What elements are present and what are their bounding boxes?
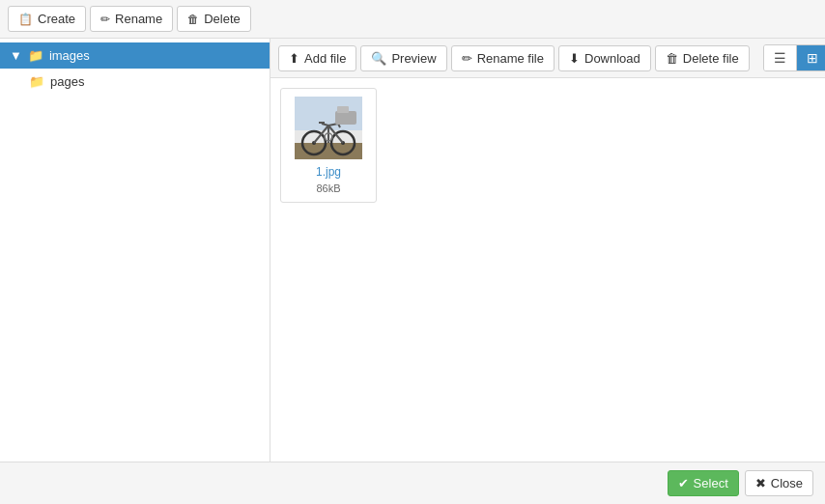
download-icon: ⬇ bbox=[569, 51, 580, 66]
folder-open-icon: ▼ bbox=[10, 48, 22, 63]
sidebar-item-label-pages: pages bbox=[50, 74, 84, 89]
rename-file-button[interactable]: ✏ Rename file bbox=[451, 45, 555, 71]
preview-label: Preview bbox=[391, 51, 436, 66]
list-view-button[interactable]: ☰ bbox=[764, 45, 797, 70]
create-label: Create bbox=[38, 12, 75, 26]
folder-icon-img: 📁 bbox=[28, 48, 43, 63]
delete-file-label: Delete file bbox=[683, 51, 739, 66]
sidebar-item-label-images: images bbox=[49, 48, 90, 63]
content-area: ⬆ Add file 🔍 Preview ✏ Rename file ⬇ Dow… bbox=[270, 39, 825, 462]
create-button[interactable]: 📋 Create bbox=[8, 6, 86, 32]
rename-file-icon: ✏ bbox=[462, 51, 472, 66]
delete-button[interactable]: 🗑 Delete bbox=[177, 6, 251, 32]
preview-icon: 🔍 bbox=[371, 51, 386, 66]
add-file-button[interactable]: ⬆ Add file bbox=[278, 45, 356, 71]
sidebar-item-images[interactable]: ▼ 📁 images bbox=[0, 42, 270, 69]
download-label: Download bbox=[584, 51, 640, 66]
rename-file-label: Rename file bbox=[477, 51, 544, 66]
delete-file-button[interactable]: 🗑 Delete file bbox=[655, 45, 750, 71]
bottom-bar: ✔ Select ✖ Close bbox=[0, 462, 825, 504]
rename-label: Rename bbox=[115, 12, 162, 26]
file-item[interactable]: 1.jpg 86kB bbox=[280, 88, 377, 203]
sidebar: ▼ 📁 images 📁 pages bbox=[0, 39, 270, 462]
rename-button[interactable]: ✏ Rename bbox=[90, 6, 173, 32]
file-thumbnail bbox=[295, 97, 362, 159]
main-area: ▼ 📁 images 📁 pages ⬆ Add file 🔍 Preview … bbox=[0, 39, 825, 462]
select-label: Select bbox=[694, 476, 728, 490]
select-check-icon: ✔ bbox=[678, 476, 689, 490]
content-toolbar: ⬆ Add file 🔍 Preview ✏ Rename file ⬇ Dow… bbox=[270, 39, 825, 78]
delete-icon: 🗑 bbox=[187, 13, 199, 26]
select-button[interactable]: ✔ Select bbox=[668, 470, 739, 496]
top-toolbar: 📋 Create ✏ Rename 🗑 Delete bbox=[0, 0, 825, 39]
sidebar-item-pages[interactable]: 📁 pages bbox=[0, 69, 270, 95]
rename-icon: ✏ bbox=[100, 13, 110, 26]
close-x-icon: ✖ bbox=[755, 476, 766, 490]
file-size: 86kB bbox=[316, 182, 340, 194]
file-name: 1.jpg bbox=[316, 165, 341, 179]
close-label: Close bbox=[771, 476, 803, 490]
add-file-icon: ⬆ bbox=[289, 51, 299, 66]
delete-file-icon: 🗑 bbox=[666, 51, 678, 66]
grid-view-button[interactable]: ⊞ bbox=[797, 45, 825, 70]
svg-rect-15 bbox=[335, 111, 356, 125]
folder-icon-pages: 📁 bbox=[29, 74, 44, 89]
download-button[interactable]: ⬇ Download bbox=[558, 45, 651, 71]
svg-rect-16 bbox=[337, 106, 349, 113]
file-grid: 1.jpg 86kB bbox=[270, 78, 825, 462]
preview-button[interactable]: 🔍 Preview bbox=[360, 45, 446, 71]
add-file-label: Add file bbox=[304, 51, 346, 66]
delete-label: Delete bbox=[204, 12, 241, 26]
create-icon: 📋 bbox=[18, 13, 33, 26]
close-button[interactable]: ✖ Close bbox=[745, 470, 813, 496]
view-toggle: ☰ ⊞ bbox=[763, 44, 825, 71]
file-thumbnail-svg bbox=[295, 97, 362, 159]
